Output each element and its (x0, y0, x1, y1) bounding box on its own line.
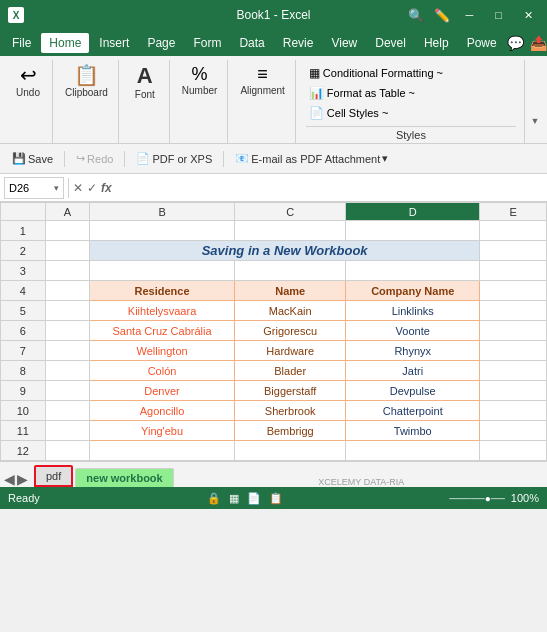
cell-b12[interactable] (90, 441, 235, 461)
col-header-d[interactable]: D (346, 203, 480, 221)
cell-a12[interactable] (45, 441, 90, 461)
cell-d3[interactable] (346, 261, 480, 281)
number-button[interactable]: % Number (178, 62, 222, 99)
cell-d4[interactable]: Company Name (346, 281, 480, 301)
formula-input[interactable] (116, 186, 543, 190)
cell-d1[interactable] (346, 221, 480, 241)
row-num-11[interactable]: 11 (1, 421, 46, 441)
name-box[interactable]: D26 ▾ (4, 177, 64, 199)
cell-a11[interactable] (45, 421, 90, 441)
cell-b4[interactable]: Residence (90, 281, 235, 301)
cell-c7[interactable]: Hardware (234, 341, 345, 361)
row-num-4[interactable]: 4 (1, 281, 46, 301)
cell-b9[interactable]: Denver (90, 381, 235, 401)
row-num-5[interactable]: 5 (1, 301, 46, 321)
cell-c8[interactable]: Blader (234, 361, 345, 381)
cell-c5[interactable]: MacKain (234, 301, 345, 321)
row-num-7[interactable]: 7 (1, 341, 46, 361)
cell-b8[interactable]: Colón (90, 361, 235, 381)
confirm-formula-icon[interactable]: ✓ (87, 181, 97, 195)
ribbon-expand-button[interactable]: ▼ (527, 113, 543, 129)
cell-b10[interactable]: Agoncillo (90, 401, 235, 421)
cancel-formula-icon[interactable]: ✕ (73, 181, 83, 195)
cell-a4[interactable] (45, 281, 90, 301)
cell-d10[interactable]: Chatterpoint (346, 401, 480, 421)
cell-e12[interactable] (480, 441, 547, 461)
cell-b11[interactable]: Ying'ebu (90, 421, 235, 441)
search-icon[interactable]: 🔍 (408, 8, 424, 23)
row-num-12[interactable]: 12 (1, 441, 46, 461)
cell-a8[interactable] (45, 361, 90, 381)
comments-icon[interactable]: 💬 (507, 35, 524, 51)
menu-insert[interactable]: Insert (91, 33, 137, 53)
zoom-slider[interactable]: ─────●── (449, 493, 505, 504)
row-num-2[interactable]: 2 (1, 241, 46, 261)
cell-c4[interactable]: Name (234, 281, 345, 301)
pdf-or-xps-button[interactable]: 📄 PDF or XPS (130, 149, 218, 168)
insert-function-icon[interactable]: fx (101, 181, 112, 195)
cell-d12[interactable] (346, 441, 480, 461)
cell-e10[interactable] (480, 401, 547, 421)
sheet-tab-new-workbook[interactable]: new workbook (75, 468, 173, 487)
status-view-page[interactable]: 📄 (247, 492, 261, 505)
cell-d7[interactable]: Rhynyx (346, 341, 480, 361)
menu-home[interactable]: Home (41, 33, 89, 53)
cell-d5[interactable]: Linklinks (346, 301, 480, 321)
cell-a6[interactable] (45, 321, 90, 341)
cell-a9[interactable] (45, 381, 90, 401)
cell-a5[interactable] (45, 301, 90, 321)
menu-developer[interactable]: Devel (367, 33, 414, 53)
save-button[interactable]: 💾 Save (6, 149, 59, 168)
cell-e5[interactable] (480, 301, 547, 321)
cell-e8[interactable] (480, 361, 547, 381)
row-num-9[interactable]: 9 (1, 381, 46, 401)
col-header-b[interactable]: B (90, 203, 235, 221)
cell-e7[interactable] (480, 341, 547, 361)
menu-form[interactable]: Form (185, 33, 229, 53)
redo-button[interactable]: ↪ Redo (70, 149, 119, 168)
font-button[interactable]: A Font (127, 62, 163, 103)
cell-a10[interactable] (45, 401, 90, 421)
name-box-dropdown[interactable]: ▾ (54, 183, 59, 193)
clipboard-button[interactable]: 📋 Clipboard (61, 62, 112, 101)
menu-power[interactable]: Powe (459, 33, 505, 53)
sheet-nav-left[interactable]: ◀ (4, 471, 15, 487)
row-num-3[interactable]: 3 (1, 261, 46, 281)
menu-page[interactable]: Page (139, 33, 183, 53)
status-view-normal[interactable]: ▦ (229, 492, 239, 505)
cell-e6[interactable] (480, 321, 547, 341)
cell-b1[interactable] (90, 221, 235, 241)
menu-data[interactable]: Data (231, 33, 272, 53)
cell-title[interactable]: Saving in a New Workbook (90, 241, 480, 261)
cell-c10[interactable]: Sherbrook (234, 401, 345, 421)
sheet-tab-pdf[interactable]: pdf (34, 465, 73, 487)
row-num-6[interactable]: 6 (1, 321, 46, 341)
menu-file[interactable]: File (4, 33, 39, 53)
cell-d6[interactable]: Voonte (346, 321, 480, 341)
sheet-nav-right[interactable]: ▶ (17, 471, 28, 487)
close-button[interactable]: ✕ (518, 7, 539, 24)
cell-styles-button[interactable]: 📄 Cell Styles ~ (306, 104, 391, 122)
undo-button[interactable]: ↩ Undo (10, 62, 46, 101)
cell-d11[interactable]: Twimbo (346, 421, 480, 441)
alignment-button[interactable]: ≡ Alignment (236, 62, 288, 99)
cell-a1[interactable] (45, 221, 90, 241)
cell-a7[interactable] (45, 341, 90, 361)
cell-e3[interactable] (480, 261, 547, 281)
cell-a3[interactable] (45, 261, 90, 281)
edit-icon[interactable]: ✏️ (434, 8, 450, 23)
cell-e11[interactable] (480, 421, 547, 441)
cell-b6[interactable]: Santa Cruz Cabrália (90, 321, 235, 341)
email-pdf-button[interactable]: 📧 E-mail as PDF Attachment ▾ (229, 149, 394, 168)
cell-c9[interactable]: Biggerstaff (234, 381, 345, 401)
cell-c3[interactable] (234, 261, 345, 281)
menu-review[interactable]: Revie (275, 33, 322, 53)
cell-b3[interactable] (90, 261, 235, 281)
conditional-formatting-button[interactable]: ▦ Conditional Formatting ~ (306, 64, 446, 82)
cell-d9[interactable]: Devpulse (346, 381, 480, 401)
cell-e4[interactable] (480, 281, 547, 301)
cell-c6[interactable]: Grigorescu (234, 321, 345, 341)
minimize-button[interactable]: ─ (460, 7, 480, 23)
row-num-1[interactable]: 1 (1, 221, 46, 241)
cell-e1[interactable] (480, 221, 547, 241)
